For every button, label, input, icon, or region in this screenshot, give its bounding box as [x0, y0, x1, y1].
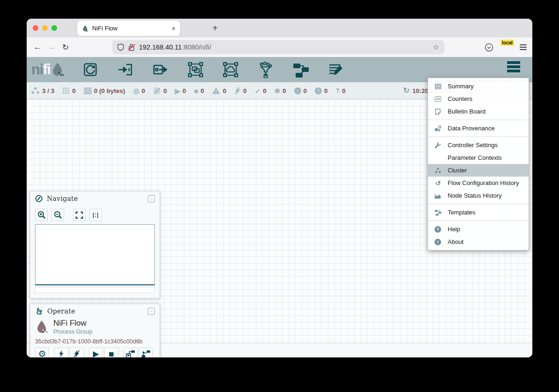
zoom-actual-size-button[interactable]: |:|: [89, 209, 102, 221]
refresh-icon[interactable]: ↻: [403, 87, 409, 94]
tab-title: NiFi Flow: [92, 25, 168, 32]
disable-button[interactable]: [70, 348, 84, 357]
template-component-icon[interactable]: [292, 61, 310, 78]
stat-locally-modified: ✱ 0: [274, 87, 286, 94]
minimize-window-button[interactable]: [42, 25, 48, 31]
close-window-button[interactable]: [33, 25, 38, 31]
menu-item-controller-settings[interactable]: Controller Settings: [428, 139, 529, 151]
menu-item-flow-configuration-history[interactable]: ↺ Flow Configuration History: [428, 177, 529, 189]
menu-item-bulletin-board[interactable]: Bulletin Board: [428, 105, 529, 118]
disabled-bolt-icon: [234, 87, 241, 94]
stat-up-to-date: ✓ 0: [254, 87, 266, 94]
cluster-count: 3 / 3: [42, 87, 54, 94]
menu-label: About: [448, 238, 464, 245]
funnel-component-icon[interactable]: [257, 61, 275, 78]
global-menu-icon[interactable]: [507, 61, 520, 72]
maximize-window-button[interactable]: [51, 25, 57, 31]
menu-label: Summary: [448, 83, 474, 90]
menu-item-summary[interactable]: Summary: [428, 80, 529, 93]
flow-type: Process Group: [53, 328, 92, 335]
processor-component-icon[interactable]: [81, 61, 99, 78]
cluster-cubes-icon: [434, 167, 442, 174]
process-group-component-icon[interactable]: [187, 61, 204, 78]
stale-count: 0: [304, 87, 307, 94]
zoom-out-button[interactable]: [51, 209, 64, 221]
menu-label: Data Provenance: [448, 125, 494, 132]
navigate-collapse-button[interactable]: −: [148, 195, 155, 202]
save-template-icon: [126, 350, 135, 358]
reload-button[interactable]: ↻: [58, 43, 73, 52]
menu-item-data-provenance[interactable]: Data Provenance: [428, 122, 529, 135]
queued-count: 0 (0 bytes): [94, 87, 125, 94]
flow-id: 35cbd3b7-017b-1000-8bff-1c3405c00d6b: [30, 335, 160, 346]
asterisk-icon: ✱: [274, 87, 280, 94]
start-button[interactable]: ▶: [89, 348, 103, 357]
info-circle-icon: i: [434, 239, 442, 245]
menu-divider: [428, 221, 529, 221]
stat-stopped: ■ 0: [194, 87, 204, 94]
menu-item-about[interactable]: i About: [428, 235, 529, 248]
navigate-buttons: |:|: [30, 206, 160, 221]
label-component-icon[interactable]: [327, 61, 345, 78]
menu-label: Templates: [448, 209, 475, 216]
gear-icon: ⚙: [38, 349, 46, 358]
profile-avatar[interactable]: local: [501, 42, 512, 52]
minimap-resize-strip[interactable]: [35, 287, 155, 293]
remote-process-group-component-icon[interactable]: [222, 61, 240, 78]
url-bar[interactable]: 192.168.40.11:8080/nifi/ ☆: [112, 40, 444, 54]
output-port-component-icon[interactable]: [152, 61, 169, 78]
enable-button[interactable]: [54, 348, 68, 357]
configure-button[interactable]: ⚙: [35, 348, 49, 357]
bookmark-star-icon[interactable]: ☆: [433, 43, 439, 51]
stat-cluster: 3 / 3: [31, 87, 54, 95]
insecure-lock-icon[interactable]: [128, 43, 135, 51]
menu-item-parameter-contexts[interactable]: Parameter Contexts: [428, 151, 529, 164]
bolt-icon: [58, 350, 64, 357]
logo-ni: ni: [31, 61, 43, 78]
new-tab-button[interactable]: +: [212, 23, 218, 34]
tab-close-icon[interactable]: ×: [172, 25, 175, 32]
browser-tab[interactable]: NiFi Flow ×: [77, 21, 180, 36]
url-text: 192.168.40.11:8080/nifi/: [139, 43, 211, 51]
zoom-in-button[interactable]: [35, 209, 48, 221]
stopped-square-icon: ■: [194, 87, 198, 94]
upload-template-icon: [141, 350, 151, 358]
logo-fi: fi: [43, 61, 51, 78]
nifi-drop-icon: [51, 62, 65, 78]
operate-collapse-button[interactable]: −: [148, 308, 155, 315]
history-icon: ↺: [434, 180, 442, 186]
input-port-component-icon[interactable]: [116, 61, 134, 78]
upload-template-button[interactable]: [139, 348, 153, 357]
stop-button[interactable]: ■: [104, 348, 118, 357]
menu-item-node-status-history[interactable]: Node Status History: [428, 189, 529, 202]
check-icon: ✓: [254, 87, 261, 94]
play-icon: ▶: [93, 350, 99, 358]
pocket-icon[interactable]: [485, 43, 494, 52]
browser-action-icons: local: [485, 37, 527, 57]
stop-icon: ■: [109, 349, 114, 358]
zoom-fit-button[interactable]: [73, 209, 86, 221]
menu-item-help[interactable]: ? Help: [428, 223, 529, 235]
sticky-note-icon: [434, 108, 442, 115]
locally-modified-count: 0: [283, 87, 286, 94]
area-chart-icon: [434, 192, 442, 199]
back-button[interactable]: ←: [30, 43, 44, 52]
queued-list-icon: [84, 87, 92, 94]
tab-bar: NiFi Flow × +: [27, 19, 532, 37]
transmitting-icon: ◎: [133, 87, 139, 94]
stale-up-arrow-icon: ↑: [294, 87, 301, 94]
stat-queued: 0 (0 bytes): [84, 87, 125, 94]
shield-icon[interactable]: [117, 43, 124, 51]
operate-header: Operate −: [30, 304, 160, 318]
menu-item-templates[interactable]: Templates: [428, 206, 529, 219]
menu-item-cluster[interactable]: Cluster: [428, 164, 529, 177]
menu-item-counters[interactable]: 23 Counters: [428, 93, 529, 105]
browser-menu-icon[interactable]: [520, 44, 527, 50]
provenance-blocks-icon: [434, 125, 442, 132]
create-template-button[interactable]: [123, 348, 138, 357]
birdseye-minimap[interactable]: [35, 224, 155, 285]
forward-button[interactable]: →: [44, 43, 58, 52]
threads-grid-icon: [62, 87, 70, 94]
running-count: 0: [182, 87, 186, 94]
menu-label: Bulletin Board: [448, 108, 486, 115]
